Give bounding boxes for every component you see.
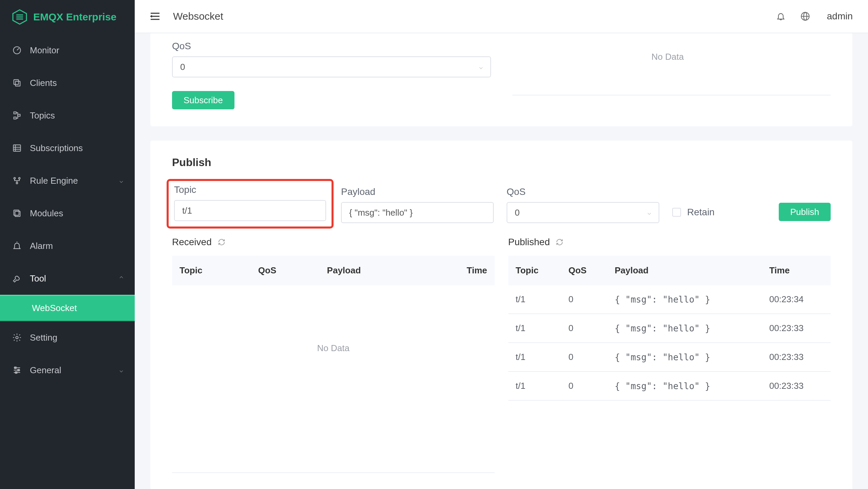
nav: Monitor Clients Topics Subscriptions Rul… (0, 34, 135, 386)
cell-topic: t/1 (508, 372, 561, 400)
copies-icon (12, 77, 22, 88)
gauge-icon (12, 45, 22, 56)
topbar: Websocket admin (135, 0, 868, 33)
sidebar-item-label: Rule Engine (30, 176, 78, 186)
svg-rect-8 (14, 117, 16, 119)
subscribe-card: QoS 0 ⌵ Subscribe No Data (150, 33, 852, 126)
chevron-down-icon: ⌵ (119, 177, 123, 184)
publish-payload-input[interactable] (341, 202, 494, 223)
topic-highlight: Topic (167, 179, 334, 229)
publish-card: Publish Topic Payload QoS (150, 141, 852, 489)
sidebar-item-label: Subscriptions (30, 143, 83, 153)
flow-icon (12, 175, 22, 186)
language-icon[interactable] (800, 12, 810, 21)
sidebar-item-tool[interactable]: Tool ⌵ (0, 262, 135, 295)
received-title: Received (172, 237, 212, 248)
sidebar-item-label: Alarm (30, 241, 53, 251)
sidebar-item-label: Setting (30, 332, 57, 343)
cell-qos: 0 (561, 285, 607, 314)
notifications-icon[interactable] (776, 12, 786, 21)
subscribe-button[interactable]: Subscribe (172, 91, 234, 109)
divider (512, 95, 831, 95)
sidebar-item-modules[interactable]: Modules (0, 197, 135, 230)
sidebar-item-monitor[interactable]: Monitor (0, 34, 135, 67)
svg-rect-17 (15, 211, 20, 216)
svg-rect-18 (14, 210, 19, 215)
svg-rect-7 (14, 112, 16, 114)
cell-time: 00:23:33 (762, 372, 831, 400)
sidebar-subitem-websocket[interactable]: WebSocket (0, 295, 135, 321)
publish-topic-input[interactable] (174, 200, 326, 221)
sidebar-item-subscriptions[interactable]: Subscriptions (0, 132, 135, 164)
brand-logo-icon (12, 9, 28, 25)
brand: EMQX Enterprise (0, 0, 135, 34)
cell-topic: t/1 (508, 343, 561, 372)
cell-payload: { "msg": "hello" } (607, 285, 762, 314)
col-payload: Payload (320, 256, 421, 285)
table-row: t/1 0 { "msg": "hello" } 00:23:33 (508, 314, 831, 343)
sidebar-toggle-icon[interactable] (150, 12, 160, 21)
publish-title: Publish (150, 141, 852, 182)
table-row: t/1 0 { "msg": "hello" } 00:23:33 (508, 372, 831, 400)
sidebar-item-setting[interactable]: Setting (0, 321, 135, 354)
svg-rect-10 (14, 145, 21, 151)
user-label[interactable]: admin (827, 11, 853, 22)
svg-rect-5 (15, 81, 20, 86)
main: Websocket admin QoS 0 ⌵ (135, 0, 868, 489)
received-empty: No Data (172, 285, 495, 411)
published-section: Published TopicQoSPayloadTime t/1 0 { "m… (508, 237, 831, 473)
svg-rect-9 (18, 114, 20, 116)
chevron-down-icon: ⌵ (119, 366, 123, 374)
divider (172, 472, 495, 473)
sidebar-item-label: General (30, 365, 61, 376)
cell-topic: t/1 (508, 285, 561, 314)
wrench-icon (12, 273, 22, 284)
sidebar-item-alarm[interactable]: Alarm (0, 230, 135, 262)
sidebar: EMQX Enterprise Monitor Clients Topics S… (0, 0, 135, 489)
brand-name: EMQX Enterprise (33, 11, 116, 23)
list-icon (12, 143, 22, 153)
cell-qos: 0 (561, 314, 607, 343)
bell-icon (12, 240, 22, 251)
subscribe-qos-select[interactable]: 0 ⌵ (172, 56, 491, 77)
received-section: Received TopicQoSPayloadTime No Data (172, 237, 495, 473)
svg-rect-6 (14, 80, 19, 85)
sliders-icon (12, 365, 22, 376)
sidebar-item-clients[interactable]: Clients (0, 67, 135, 99)
tree-icon (12, 110, 22, 121)
cell-topic: t/1 (508, 314, 561, 343)
cell-time: 00:23:33 (762, 314, 831, 343)
col-qos: QoS (561, 256, 607, 285)
subscribe-no-data: No Data (505, 52, 831, 62)
publish-button[interactable]: Publish (779, 203, 831, 221)
svg-point-16 (16, 182, 18, 184)
retain-option[interactable]: Retain (672, 207, 715, 223)
publish-qos-select[interactable]: 0 ⌵ (507, 202, 659, 223)
stack-icon (12, 208, 22, 219)
subscribe-qos-value: 0 (180, 62, 185, 72)
chevron-down-icon: ⌵ (119, 275, 123, 282)
cell-payload: { "msg": "hello" } (607, 314, 762, 343)
publish-topic-label: Topic (174, 184, 326, 195)
sidebar-item-label: Clients (30, 78, 57, 88)
col-qos: QoS (251, 256, 320, 285)
sidebar-item-label: Topics (30, 110, 55, 121)
published-table: TopicQoSPayloadTime t/1 0 { "msg": "hell… (508, 256, 831, 401)
sidebar-item-rule-engine[interactable]: Rule Engine ⌵ (0, 164, 135, 197)
published-title: Published (508, 237, 550, 248)
table-row: t/1 0 { "msg": "hello" } 00:23:34 (508, 285, 831, 314)
cell-payload: { "msg": "hello" } (607, 343, 762, 372)
sidebar-item-general[interactable]: General ⌵ (0, 354, 135, 386)
sidebar-item-topics[interactable]: Topics (0, 99, 135, 132)
received-table: TopicQoSPayloadTime (172, 256, 495, 285)
publish-qos-value: 0 (515, 207, 520, 218)
retain-checkbox[interactable] (672, 208, 681, 217)
publish-qos-label: QoS (507, 186, 659, 197)
col-topic: Topic (172, 256, 251, 285)
cell-time: 00:23:33 (762, 343, 831, 372)
subscribe-qos-label: QoS (172, 33, 491, 52)
cell-payload: { "msg": "hello" } (607, 372, 762, 400)
refresh-icon[interactable] (218, 238, 225, 246)
refresh-icon[interactable] (556, 238, 563, 246)
retain-label: Retain (687, 207, 715, 218)
